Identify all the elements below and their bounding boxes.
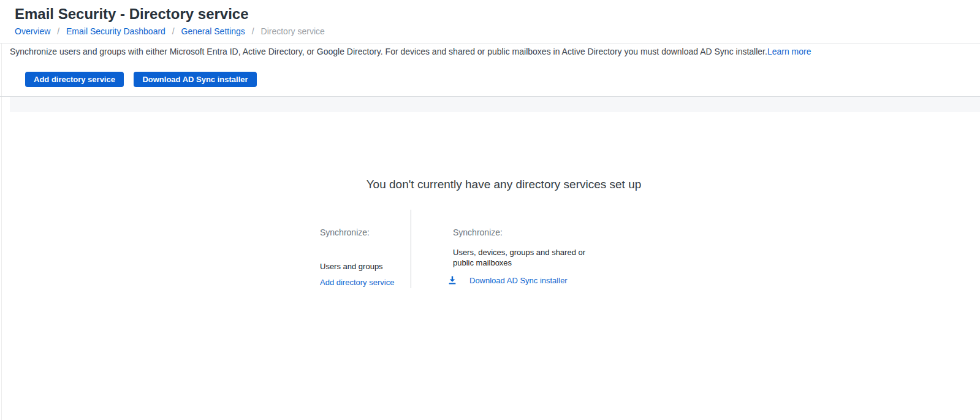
- sync-right-body: Users, devices, groups and shared or pub…: [453, 247, 587, 268]
- download-ad-sync-installer-button[interactable]: Download AD Sync installer: [134, 72, 256, 87]
- breadcrumb-overview[interactable]: Overview: [15, 26, 50, 36]
- page-header: Email Security - Directory service Overv…: [0, 0, 980, 44]
- download-icon: [447, 275, 457, 285]
- sync-right-column: Synchronize: Users, devices, groups and …: [453, 227, 587, 285]
- breadcrumb-separator: /: [172, 26, 175, 36]
- intro-row: Synchronize users and groups with either…: [10, 47, 974, 56]
- breadcrumb: Overview / Email Security Dashboard / Ge…: [15, 26, 980, 36]
- sync-left-body: Users and groups: [320, 262, 424, 272]
- breadcrumb-email-security-dashboard[interactable]: Email Security Dashboard: [66, 26, 165, 36]
- download-row: Download AD Sync installer: [447, 275, 587, 285]
- add-directory-service-button[interactable]: Add directory service: [25, 72, 124, 87]
- table-header-strip: [10, 97, 980, 112]
- download-ad-sync-installer-link[interactable]: Download AD Sync installer: [469, 276, 568, 285]
- empty-state-heading: You don't currently have any directory s…: [0, 178, 980, 191]
- intro-description: Synchronize users and groups with either…: [10, 47, 767, 56]
- pane-left-border: [1, 0, 2, 420]
- directory-service-page: Email Security - Directory service Overv…: [0, 0, 980, 420]
- sync-left-label: Synchronize:: [320, 227, 424, 238]
- page-title: Email Security - Directory service: [15, 6, 980, 23]
- learn-more-link[interactable]: Learn more: [767, 47, 811, 56]
- column-divider: [411, 210, 411, 288]
- add-directory-service-link[interactable]: Add directory service: [320, 278, 394, 287]
- breadcrumb-separator: /: [57, 26, 59, 36]
- toolbar: Add directory service Download AD Sync i…: [25, 72, 264, 87]
- breadcrumb-current-directory-service: Directory service: [261, 26, 325, 36]
- breadcrumb-general-settings[interactable]: General Settings: [181, 26, 245, 36]
- breadcrumb-separator: /: [252, 26, 254, 36]
- sync-left-column: Synchronize: Users and groups Add direct…: [320, 227, 424, 287]
- sync-right-label: Synchronize:: [453, 227, 587, 238]
